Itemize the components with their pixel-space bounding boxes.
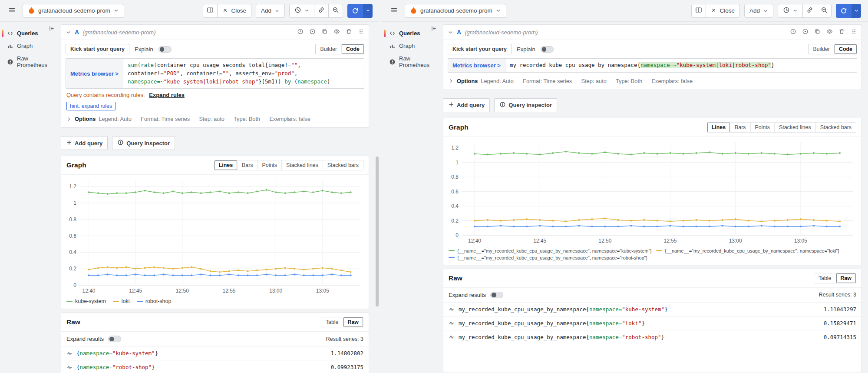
- legend-item[interactable]: loki: [113, 298, 130, 304]
- explain-toggle[interactable]: [158, 46, 172, 53]
- option-raw[interactable]: Raw: [343, 317, 363, 327]
- metrics-browser-button[interactable]: Metrics browser >: [66, 59, 123, 88]
- option-bars[interactable]: Bars: [730, 123, 750, 132]
- option-table[interactable]: Table: [321, 317, 343, 327]
- add-dropdown-button[interactable]: Add: [256, 4, 285, 18]
- drag-query-handle[interactable]: [358, 28, 364, 36]
- time-picker-button[interactable]: [778, 4, 803, 18]
- sidebar-item-raw-prometheus[interactable]: Raw Prometheus: [382, 52, 439, 71]
- option-code[interactable]: Code: [341, 44, 364, 54]
- sidebar-item-label: Graph: [17, 43, 33, 49]
- option-stacked-lines[interactable]: Stacked lines: [281, 160, 323, 170]
- scrollbar-thumb[interactable]: [376, 157, 379, 306]
- sidebar-item-graph[interactable]: Graph: [382, 40, 439, 52]
- query-options-toggle[interactable]: Options Legend: Auto Format: Time series…: [61, 110, 369, 127]
- option-lines[interactable]: Lines: [707, 123, 730, 132]
- legend-item[interactable]: {__name__="my_recorded_kube_cpu_usage_by…: [449, 255, 647, 260]
- query-inspector-button[interactable]: Query inspector: [112, 136, 175, 150]
- time-series-chart[interactable]: 12:4012:4512:5012:5513:0013:0500.20.40.6…: [449, 139, 856, 246]
- raw-series-row[interactable]: my_recorded_kube_cpu_usage_by_namespace{…: [443, 330, 861, 344]
- query-ref-id[interactable]: A: [457, 29, 461, 36]
- option-bars[interactable]: Bars: [237, 160, 257, 170]
- options-summary: Legend: Auto Format: Time series Step: a…: [481, 78, 693, 84]
- run-query-button[interactable]: [836, 4, 861, 18]
- sidebar-item-queries[interactable]: Queries: [0, 27, 57, 40]
- expand-results-label: Expand results: [66, 336, 104, 342]
- legend-item[interactable]: kube-system: [66, 298, 106, 304]
- scrollbar[interactable]: [375, 22, 380, 373]
- remove-query-button[interactable]: [346, 28, 352, 36]
- zoom-out-button[interactable]: [328, 4, 343, 18]
- run-interval-dropdown[interactable]: [363, 4, 373, 18]
- query-ref-id[interactable]: A: [75, 29, 79, 36]
- option-builder[interactable]: Builder: [316, 44, 341, 54]
- record-query-button[interactable]: [309, 28, 316, 36]
- legend-item[interactable]: {__name__="my_recorded_kube_cpu_usage_by…: [449, 248, 652, 253]
- query-history-button[interactable]: [790, 28, 796, 36]
- close-split-button[interactable]: Close: [706, 4, 740, 18]
- close-split-button[interactable]: Close: [217, 4, 251, 18]
- datasource-picker[interactable]: grafanacloud-sedemo-prom: [405, 4, 506, 18]
- option-builder[interactable]: Builder: [809, 44, 834, 54]
- drag-query-handle[interactable]: [851, 28, 857, 36]
- split-view-button[interactable]: [691, 4, 706, 18]
- legend-item[interactable]: robot-shop: [137, 298, 172, 304]
- option-lines[interactable]: Lines: [215, 160, 237, 170]
- query-history-button[interactable]: [297, 28, 304, 36]
- remove-query-button[interactable]: [838, 28, 845, 36]
- expand-results-toggle[interactable]: [490, 292, 503, 298]
- share-link-button[interactable]: [802, 4, 817, 18]
- sidebar-item-raw-prometheus[interactable]: Raw Prometheus: [0, 52, 57, 71]
- toggle-query-visibility-button[interactable]: [333, 28, 340, 36]
- duplicate-query-button[interactable]: [321, 28, 328, 36]
- expand-rules-link[interactable]: Expand rules: [149, 92, 185, 98]
- explain-toggle[interactable]: [541, 46, 554, 53]
- metrics-browser-button[interactable]: Metrics browser >: [448, 59, 505, 72]
- query-code-editor[interactable]: sum(rate(container_cpu_usage_seconds_tot…: [123, 59, 364, 88]
- expand-rules-hint[interactable]: hint: expand rules: [66, 102, 116, 110]
- share-link-button[interactable]: [314, 4, 329, 18]
- kick-start-button[interactable]: Kick start your query: [448, 44, 512, 54]
- duplicate-query-button[interactable]: [814, 28, 821, 36]
- option-raw[interactable]: Raw: [836, 273, 856, 283]
- code-token: "loki": [622, 320, 641, 326]
- add-query-button[interactable]: Add query: [443, 98, 490, 112]
- split-view-button[interactable]: [203, 4, 218, 18]
- option-points[interactable]: Points: [257, 160, 281, 170]
- raw-series-row[interactable]: {namespace="kube-system"}1.14802802: [61, 346, 369, 360]
- raw-series-row[interactable]: my_recorded_kube_cpu_usage_by_namespace{…: [443, 316, 861, 330]
- add-dropdown-button[interactable]: Add: [744, 4, 773, 18]
- query-inspector-button[interactable]: Query inspector: [494, 98, 557, 112]
- time-series-chart[interactable]: 12:4012:4512:5012:5513:0013:0500.20.40.6…: [66, 177, 363, 296]
- option-table[interactable]: Table: [814, 273, 836, 283]
- record-query-button[interactable]: [802, 28, 809, 36]
- raw-table-toggle: TableRaw: [321, 317, 363, 327]
- option-stacked-bars[interactable]: Stacked bars: [815, 123, 856, 132]
- legend-label: kube-system: [75, 298, 106, 304]
- run-interval-dropdown[interactable]: [851, 4, 861, 18]
- zoom-out-button[interactable]: [817, 4, 832, 18]
- raw-series-row[interactable]: {namespace="robot-shop"}0.09923175: [61, 360, 369, 373]
- option-stacked-bars[interactable]: Stacked bars: [323, 160, 363, 170]
- sidebar-item-graph[interactable]: Graph: [0, 40, 57, 52]
- raw-series-row[interactable]: my_recorded_kube_cpu_usage_by_namespace{…: [443, 302, 861, 316]
- time-picker-button[interactable]: [289, 4, 314, 18]
- expand-results-toggle[interactable]: [108, 336, 121, 342]
- query-datasource-hint: (grafanacloud-sedemo-prom): [83, 29, 155, 36]
- kick-start-button[interactable]: Kick start your query: [66, 44, 129, 54]
- run-query-button[interactable]: [347, 4, 373, 18]
- collapse-query-icon[interactable]: [66, 30, 71, 35]
- query-options-toggle[interactable]: Options Legend: Auto Format: Time series…: [443, 73, 861, 90]
- query-code-editor[interactable]: my_recorded_kube_cpu_usage_by_namespace{…: [505, 59, 857, 72]
- sidebar-item-queries[interactable]: Queries: [382, 27, 439, 40]
- option-code[interactable]: Code: [834, 44, 857, 54]
- legend-item[interactable]: {__name__="my_recorded_kube_cpu_usage_by…: [656, 248, 839, 253]
- menu-toggle-button[interactable]: [387, 4, 400, 18]
- add-query-button[interactable]: Add query: [61, 136, 108, 150]
- toggle-query-visibility-button[interactable]: [826, 28, 833, 36]
- option-stacked-lines[interactable]: Stacked lines: [774, 123, 815, 132]
- menu-toggle-button[interactable]: [5, 4, 18, 18]
- datasource-picker[interactable]: grafanacloud-sedemo-prom: [23, 4, 124, 18]
- collapse-query-icon[interactable]: [448, 30, 453, 35]
- option-points[interactable]: Points: [750, 123, 774, 132]
